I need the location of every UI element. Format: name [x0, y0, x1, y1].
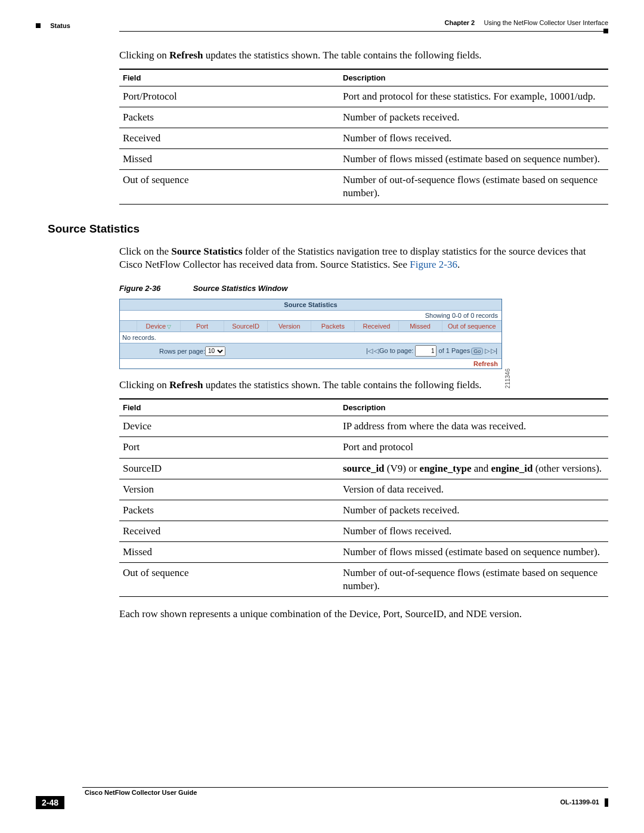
rows-per-page-label: Rows per page:: [159, 348, 205, 355]
ss-col-blank: [120, 321, 137, 332]
table-row: PacketsNumber of packets received.: [119, 107, 608, 128]
col-description: Description: [339, 399, 608, 416]
ss-col-version[interactable]: Version: [268, 321, 311, 332]
goto-page-input[interactable]: [415, 345, 436, 357]
page-footer: Cisco NetFlow Collector User Guide 2-48 …: [36, 787, 608, 809]
fields-table-2: Field Description DeviceIP address from …: [119, 398, 608, 597]
fields-table-1: Field Description Port/ProtocolPort and …: [119, 69, 608, 205]
next-page-icon[interactable]: ▷: [484, 347, 490, 355]
ss-pagination-bar: Rows per page: 10 |◁ ◁ Go to page: of 1 …: [120, 343, 501, 359]
section-heading: Source Statistics: [48, 222, 608, 236]
ss-col-oos[interactable]: Out of sequence: [442, 321, 501, 332]
table-row: VersionVersion of data received.: [119, 479, 608, 500]
header-chapter: Chapter 2 Using the NetFlow Collector Us…: [445, 19, 609, 26]
table-row: DeviceIP address from where the data was…: [119, 416, 608, 437]
doc-id: OL-11399-01: [561, 798, 609, 807]
table-row: PacketsNumber of packets received.: [119, 500, 608, 521]
header-marker-box: [36, 23, 41, 28]
sort-arrow-icon: ▽: [167, 324, 171, 330]
closing-paragraph: Each row shown represents a unique combi…: [119, 608, 608, 621]
ss-col-port[interactable]: Port: [181, 321, 224, 332]
first-page-icon[interactable]: |◁: [366, 347, 373, 355]
ss-column-header: Device▽ Port SourceID Version Packets Re…: [120, 321, 501, 332]
refresh-button[interactable]: Refresh: [120, 359, 501, 368]
table-row: ReceivedNumber of flows received.: [119, 521, 608, 541]
footer-end-box: [605, 798, 608, 807]
table-row: Out of sequenceNumber of out-of-sequence…: [119, 170, 608, 204]
image-id: 211346: [504, 368, 511, 388]
ss-col-sourceid[interactable]: SourceID: [224, 321, 268, 332]
page-number: 2-48: [36, 796, 64, 809]
page-header: Status Chapter 2 Using the NetFlow Colle…: [36, 19, 608, 37]
chapter-label: Chapter 2: [445, 19, 475, 26]
col-field: Field: [119, 69, 339, 86]
ss-no-records: No records.: [120, 332, 501, 343]
ss-title: Source Statistics: [120, 299, 501, 311]
ss-col-device[interactable]: Device▽: [137, 321, 181, 332]
table-row: ReceivedNumber of flows received.: [119, 128, 608, 149]
header-section: Status: [50, 22, 70, 29]
table-row: Port/ProtocolPort and protocol for these…: [119, 86, 608, 107]
figure-link[interactable]: Figure 2-36: [410, 259, 457, 270]
rows-per-page-select[interactable]: 10: [205, 346, 225, 356]
source-stats-screenshot: Source Statistics Showing 0-0 of 0 recor…: [119, 299, 502, 369]
ss-record-count: Showing 0-0 of 0 records: [120, 311, 501, 321]
footer-rule: [82, 787, 608, 788]
table-row: SourceIDsource_id (V9) or engine_type an…: [119, 458, 608, 479]
ss-col-received[interactable]: Received: [355, 321, 398, 332]
header-end-box: [603, 29, 608, 33]
header-rule: [119, 31, 608, 32]
table-row: PortPort and protocol: [119, 437, 608, 458]
ss-col-missed[interactable]: Missed: [399, 321, 442, 332]
last-page-icon[interactable]: ▷|: [490, 347, 498, 355]
table-row: Out of sequenceNumber of out-of-sequence…: [119, 562, 608, 596]
source-stats-para: Click on the Source Statistics folder of…: [119, 245, 608, 272]
ss-col-packets[interactable]: Packets: [311, 321, 355, 332]
prev-page-icon[interactable]: ◁: [373, 347, 379, 355]
table-row: MissedNumber of flows missed (estimate b…: [119, 541, 608, 562]
go-button[interactable]: Go: [471, 348, 483, 355]
intro-paragraph-2: Clicking on Refresh updates the statisti…: [119, 379, 608, 392]
col-field: Field: [119, 399, 339, 416]
chapter-title: Using the NetFlow Collector User Interfa…: [484, 19, 608, 26]
goto-page-label: Go to page:: [379, 347, 414, 354]
intro-paragraph-1: Clicking on Refresh updates the statisti…: [119, 49, 608, 63]
col-description: Description: [339, 69, 608, 86]
pages-label: of 1 Pages: [439, 347, 470, 354]
figure-caption: Figure 2-36 Source Statistics Window: [119, 284, 608, 293]
table-row: MissedNumber of flows missed (estimate b…: [119, 149, 608, 170]
footer-guide-title: Cisco NetFlow Collector User Guide: [85, 789, 608, 796]
